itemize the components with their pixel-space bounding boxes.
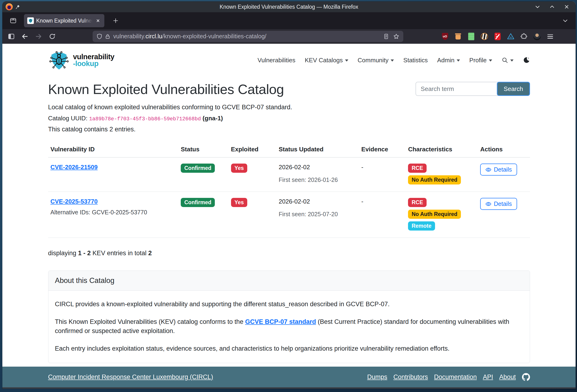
nav-community[interactable]: Community	[358, 57, 394, 64]
eye-icon	[485, 167, 491, 173]
col-header-actions: Actions	[480, 146, 528, 153]
first-seen-date: First seen: 2026-01-26	[279, 177, 361, 183]
footer-link-documentation[interactable]: Documentation	[434, 373, 477, 381]
chevron-down-icon	[510, 60, 513, 62]
col-header-evidence: Evidence	[361, 146, 408, 153]
characteristic-badge: RCE	[408, 198, 427, 207]
github-icon[interactable]	[522, 373, 530, 381]
table-row: CVE-2026-21509 Confirmed Yes 2026-02-02 …	[48, 157, 530, 192]
first-seen-date: First seen: 2025-07-20	[279, 211, 361, 218]
moon-icon	[523, 57, 530, 64]
vulnerability-lookup-logo-icon	[48, 49, 70, 71]
forward-button[interactable]	[33, 31, 44, 42]
list-all-tabs-icon[interactable]	[560, 15, 570, 26]
status-updated-date: 2026-02-02	[279, 198, 361, 205]
svg-text:ax: ax	[509, 36, 512, 38]
reader-mode-icon[interactable]	[383, 33, 389, 39]
about-paragraph-1: CIRCL provides a known-exploited vulnera…	[55, 300, 523, 309]
gcve-bcp07-link[interactable]: GCVE BCP-07 standard	[245, 318, 316, 325]
search-button[interactable]: Search	[497, 82, 530, 96]
col-header-characteristics: Characteristics	[408, 146, 480, 153]
window-titlebar: Known Exploited Vulnerabilities Catalog …	[2, 1, 576, 12]
col-header-exploited: Exploited	[231, 146, 279, 153]
col-header-vulnerability-id: Vulnerability ID	[51, 146, 181, 153]
footer-link-contributors[interactable]: Contributors	[394, 373, 428, 381]
footer-link-dumps[interactable]: Dumps	[367, 373, 387, 381]
dark-mode-toggle[interactable]	[523, 57, 530, 64]
nav-admin[interactable]: Admin	[437, 57, 460, 64]
nav-search[interactable]	[502, 57, 513, 64]
notes-extension-icon[interactable]	[467, 33, 475, 40]
tab-close-icon[interactable]	[95, 18, 101, 24]
browser-tab[interactable]: Known Exploited Vulnerabi	[24, 14, 104, 27]
extensions-puzzle-icon[interactable]	[520, 33, 528, 40]
exploited-badge: Yes	[231, 164, 248, 173]
circl-link[interactable]: Computer Incident Response Center Luxemb…	[48, 373, 213, 381]
wand-extension-icon[interactable]	[494, 33, 502, 40]
firefox-logo-icon	[6, 3, 13, 10]
cve-link[interactable]: CVE-2025-53770	[51, 198, 98, 205]
catalog-uuid-line: Catalog UUID: 1a89b78e-f703-45f3-bb86-59…	[48, 115, 530, 122]
navigation-toolbar: vulnerability.circl.lu/known-exploited-v…	[2, 29, 576, 44]
tab-bar: Known Exploited Vulnerabi	[2, 12, 576, 29]
site-logo[interactable]: vulnerability -lookup	[48, 49, 114, 71]
menu-hamburger-icon[interactable]	[546, 33, 554, 40]
back-button[interactable]	[20, 31, 30, 42]
brand-wordmark-line2: -lookup	[73, 60, 114, 67]
close-button[interactable]	[564, 4, 570, 10]
reload-button[interactable]	[47, 31, 57, 42]
nav-profile[interactable]: Profile	[469, 57, 492, 64]
details-button[interactable]: Details	[480, 164, 517, 176]
col-header-status: Status	[181, 146, 231, 153]
extension-strip: uO ax	[441, 33, 554, 40]
table-header-row: Vulnerability ID Status Exploited Status…	[48, 143, 530, 157]
nav-statistics[interactable]: Statistics	[403, 57, 428, 64]
window-title: Known Exploited Vulnerabilities Catalog …	[2, 4, 576, 10]
chevron-down-icon	[457, 60, 460, 62]
browser-window: Known Exploited Vulnerabilities Catalog …	[2, 1, 576, 389]
pagination-summary: displaying 1 - 2 KEV entries in total 2	[48, 249, 530, 257]
cve-link[interactable]: CVE-2026-21509	[51, 164, 98, 171]
search-input[interactable]	[416, 82, 498, 96]
sidebar-toggle-icon[interactable]	[6, 31, 16, 42]
catalog-search: Search	[416, 82, 530, 96]
main-nav: Vulnerabilities KEV Catalogs Community S…	[258, 57, 530, 64]
details-button[interactable]: Details	[480, 198, 517, 210]
chevron-down-icon	[489, 60, 492, 62]
ublock-origin-icon[interactable]: uO	[441, 33, 449, 40]
page-title: Known Exploited Vulnerabilities Catalog	[48, 81, 284, 97]
lock-icon[interactable]	[105, 34, 110, 39]
new-tab-button[interactable]	[110, 15, 121, 26]
privacy-badger-icon[interactable]	[480, 33, 488, 40]
col-header-status-updated: Status Updated	[279, 146, 361, 153]
footer-link-api[interactable]: API	[483, 373, 493, 381]
minimize-button[interactable]	[535, 4, 540, 10]
url-bar[interactable]: vulnerability.circl.lu/known-exploited-v…	[93, 31, 403, 42]
axe-devtools-icon[interactable]: ax	[507, 33, 515, 40]
evidence-cell: -	[361, 198, 408, 205]
maximize-button[interactable]	[549, 4, 555, 10]
catalog-uuid-value: 1a89b78e-f703-45f3-bb86-59eb712668bd	[89, 116, 201, 122]
eye-icon	[485, 201, 491, 207]
evidence-cell: -	[361, 164, 408, 171]
site-footer: Computer Incident Response Center Luxemb…	[2, 367, 576, 387]
kev-table: Vulnerability ID Status Exploited Status…	[48, 143, 530, 238]
nav-kev-catalogs[interactable]: KEV Catalogs	[305, 57, 348, 64]
footer-link-about[interactable]: About	[499, 373, 516, 381]
nav-vulnerabilities[interactable]: Vulnerabilities	[258, 57, 295, 64]
url-text: vulnerability.circl.lu/known-exploited-v…	[113, 33, 381, 40]
trash-extension-icon[interactable]	[454, 33, 462, 40]
page-subtitle: Local catalog of known exploited vulnera…	[48, 104, 530, 111]
tracking-shield-icon[interactable]	[96, 33, 103, 39]
about-card-title: About this Catalog	[48, 271, 530, 291]
exploited-badge: Yes	[231, 198, 248, 207]
about-paragraph-2: This Known Exploited Vulnerabilities (KE…	[55, 317, 523, 336]
chevron-down-icon	[345, 60, 348, 62]
profile-avatar[interactable]	[533, 33, 541, 40]
characteristic-badge: No Auth Required	[408, 175, 461, 184]
pin-icon	[15, 4, 20, 9]
status-updated-date: 2026-02-02	[279, 164, 361, 171]
firefox-view-icon[interactable]	[8, 15, 18, 26]
bookmark-star-icon[interactable]	[393, 33, 399, 40]
status-badge: Confirmed	[181, 164, 215, 173]
